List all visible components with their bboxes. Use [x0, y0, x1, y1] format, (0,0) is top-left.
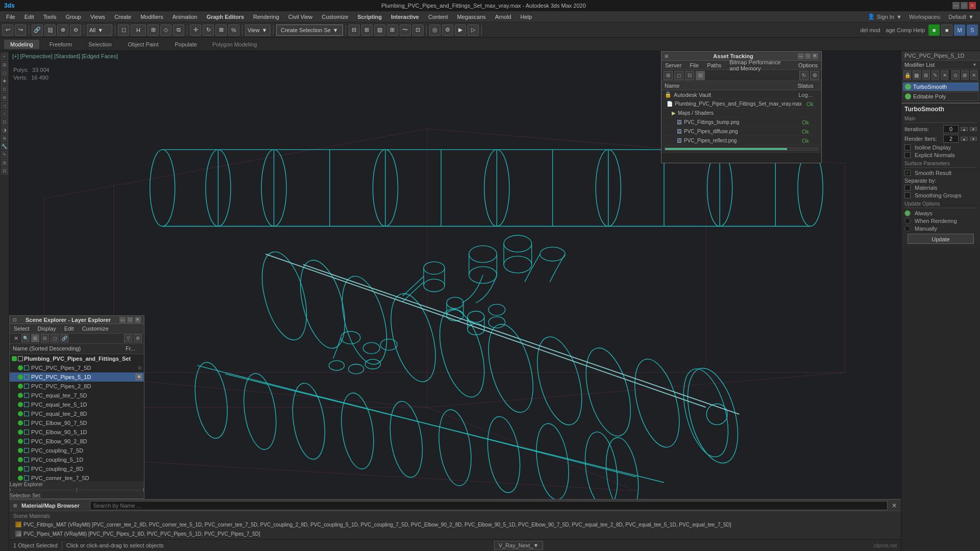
tree-item-0[interactable]: Plumbing_PVC_Pipes_and_Fittings_Set — [10, 354, 144, 363]
layer-slider-track[interactable] — [12, 489, 76, 491]
mod-icon-5[interactable]: ✕ — [941, 70, 948, 80]
window-crossing-btn[interactable]: ⧉ — [173, 24, 184, 36]
at-tool-4[interactable]: ⊟ — [696, 71, 705, 80]
bind-btn[interactable]: ⊕ — [57, 24, 68, 36]
at-row-maps-folder[interactable]: ▶ Maps / Shaders — [662, 109, 821, 118]
se-layers-btn[interactable]: ⊟ — [41, 334, 49, 342]
layer-slider[interactable]: I | I — [10, 487, 144, 492]
at-tool-1[interactable]: ⊞ — [664, 71, 673, 80]
left-icon-6[interactable]: ⊕ — [1, 94, 8, 101]
at-menu-server[interactable]: Server — [664, 62, 683, 69]
se-restore-btn[interactable]: □ — [127, 317, 133, 323]
mod-icon-8[interactable]: ✕ — [970, 70, 978, 80]
mod-turbosmooth[interactable]: TurboSmooth — [902, 82, 979, 91]
se-menu-edit[interactable]: Edit — [62, 324, 76, 333]
tree-item-3[interactable]: PVC_PVC_Pipes_2_8D — [10, 382, 144, 391]
menu-help[interactable]: Help — [517, 13, 536, 21]
mat-row-pipes[interactable]: PVC_Pipes_MAT (VRayMtl) [PVC_PVC_Pipes_2… — [13, 529, 897, 538]
menu-arnold[interactable]: Arnold — [491, 13, 516, 21]
at-row-diffuse[interactable]: 🖼 PVC_Pipes_diffuse.png Ok — [662, 127, 821, 136]
ts-render-iters-input[interactable] — [943, 135, 959, 143]
se-menu-select[interactable]: Select — [12, 324, 32, 333]
align-dropdown[interactable]: ▤ — [374, 24, 385, 36]
percent-btn[interactable]: % — [228, 24, 239, 36]
mod-editable-poly[interactable]: Editable Poly — [902, 92, 979, 101]
tree-item-2[interactable]: PVC_PVC_Pipes_5_1D ⊞ — [10, 372, 144, 382]
rotate-btn[interactable]: ↻ — [203, 24, 214, 36]
minimize-btn[interactable]: — — [952, 2, 960, 9]
menu-megascans[interactable]: Megascans — [453, 13, 490, 21]
se-close-btn[interactable]: ✕ — [135, 317, 141, 323]
render-btn[interactable]: ▶ — [455, 24, 466, 36]
ts-when-rendering-radio[interactable] — [904, 218, 911, 224]
tree-item-4[interactable]: PVC_equal_tee_7_5D — [10, 391, 144, 400]
select-filter-dropdown[interactable]: All ▼ — [87, 24, 112, 36]
menu-content[interactable]: Content — [424, 13, 452, 21]
se-link-btn[interactable]: 🔗 — [60, 334, 68, 342]
left-icon-15[interactable]: ⊟ — [1, 167, 8, 174]
view-dropdown[interactable]: View ▼ — [245, 24, 271, 36]
se-menu-display[interactable]: Display — [36, 324, 58, 333]
create-selection-btn[interactable]: Create Selection Se ▼ — [276, 24, 343, 36]
ts-explicit-check[interactable] — [904, 152, 911, 158]
menu-animation[interactable]: Animation — [168, 13, 202, 21]
se-minimize-btn[interactable]: — — [119, 317, 126, 323]
left-icon-3[interactable]: ◻ — [1, 69, 8, 77]
at-row-reflect[interactable]: 🖼 PVC_Pipes_reflect.png Ok — [662, 136, 821, 145]
material-editor-btn[interactable]: ◎ — [429, 24, 440, 36]
se-close-x[interactable]: ✕ — [12, 334, 20, 342]
tab-object-paint[interactable]: Object Paint — [122, 40, 165, 49]
left-icon-1[interactable]: + — [1, 53, 8, 60]
left-icon-10[interactable]: ◑ — [1, 127, 8, 134]
ts-iterations-input[interactable] — [943, 125, 959, 133]
menu-group[interactable]: Group — [61, 13, 85, 21]
tab-freeform[interactable]: Freeform — [43, 40, 79, 49]
tree-item-5[interactable]: PVC_equal_tee_5_1D — [10, 400, 144, 409]
mirror-btn[interactable]: ⊟ — [349, 24, 360, 36]
select-name-btn[interactable]: H — [131, 24, 146, 36]
at-row-max-file[interactable]: 📄 Plumbing_PVC_Pipes_and_Fittings_Set_ma… — [662, 99, 821, 109]
se-search-btn[interactable]: 🔍 — [21, 334, 30, 342]
tree-item-1[interactable]: PVC_PVC_Pipes_7_5D ⊞ — [10, 363, 144, 372]
menu-modifiers[interactable]: Modifiers — [136, 13, 167, 21]
tree-item-10[interactable]: PVC_coupling_7_5D — [10, 446, 144, 455]
at-refresh-btn[interactable]: ↻ — [799, 71, 808, 80]
ts-iter-up[interactable]: ▲ — [961, 127, 968, 131]
left-icon-7[interactable]: ◁ — [1, 102, 8, 109]
left-icon-14[interactable]: ⊞ — [1, 159, 8, 166]
menu-rendering[interactable]: Rendering — [249, 13, 283, 21]
ts-smoothing-check[interactable] — [904, 192, 911, 198]
workspaces-value[interactable]: Default ▼ — [944, 13, 978, 21]
ts-materials-check[interactable] — [904, 185, 911, 191]
mat-close-btn[interactable]: ✕ — [892, 502, 897, 509]
tab-populate[interactable]: Populate — [168, 40, 203, 49]
se-objects-btn[interactable]: ◻ — [51, 334, 59, 342]
left-icon-9[interactable]: ⊡ — [1, 118, 8, 126]
at-row-bump[interactable]: 🖼 PVC_Fittings_bump.png Ok — [662, 118, 821, 127]
ts-riter-up[interactable]: ▲ — [961, 137, 968, 141]
menu-interactive[interactable]: Interactive — [387, 13, 423, 21]
at-menu-options[interactable]: Options — [797, 62, 819, 69]
left-icon-8[interactable]: ☆ — [1, 110, 8, 117]
close-btn[interactable]: ✕ — [969, 2, 976, 9]
sign-in-btn[interactable]: 👤 Sign In ▼ — [864, 12, 906, 21]
at-tool-2[interactable]: ◻ — [674, 71, 683, 80]
mod-icon-7[interactable]: ⊞ — [961, 70, 969, 80]
mod-icon-3[interactable]: ⊞ — [922, 70, 930, 80]
menu-civil-view[interactable]: Civil View — [284, 13, 316, 21]
move-btn[interactable]: ✛ — [190, 24, 201, 36]
toolbar-right-btn-1[interactable]: ■ — [928, 24, 940, 36]
tree-item-8[interactable]: PVC_Elbow_90_5_1D — [10, 428, 144, 437]
se-options-btn[interactable]: ⚙ — [134, 334, 142, 342]
render-setup-btn[interactable]: ⚙ — [442, 24, 453, 36]
mod-icon-1[interactable]: 🔒 — [903, 70, 911, 80]
select-region-btn[interactable]: ⊞ — [148, 24, 159, 36]
ts-smooth-check[interactable] — [904, 170, 911, 176]
menu-create[interactable]: Create — [110, 13, 135, 21]
menu-customize[interactable]: Customize — [317, 13, 352, 21]
mod-icon-6[interactable]: ⊙ — [951, 70, 959, 80]
menu-file[interactable]: File — [2, 13, 19, 21]
at-row-vault[interactable]: 🔒 Autodesk Vault Log... — [662, 90, 821, 99]
at-settings-btn[interactable]: ⚙ — [810, 71, 819, 80]
undo-btn[interactable]: ↩ — [2, 24, 13, 36]
